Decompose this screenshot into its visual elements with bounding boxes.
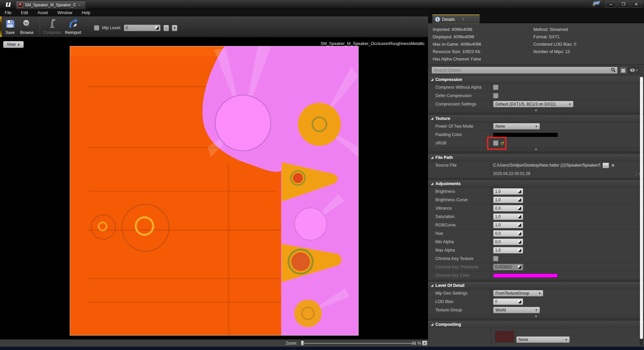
mip-level-label: Mip Level: [102, 26, 121, 30]
section-level-of-detail[interactable]: Level Of Detail [428, 281, 644, 289]
document-tab-close-icon[interactable]: × [78, 3, 80, 7]
composite-texture-dropdown[interactable]: None▼ [516, 336, 570, 343]
compress-button[interactable]: Compress [43, 18, 62, 35]
info-resource-size: Resource Size: 10923 Kb [433, 48, 533, 55]
saturation-spinner[interactable]: 1,0 [493, 213, 523, 220]
minimize-button[interactable]: – [605, 1, 616, 8]
export-icon[interactable]: ↓ [635, 171, 638, 176]
details-scrollbar[interactable] [640, 77, 643, 346]
document-tab[interactable]: SM_Speaker_M_Speaker_C × [15, 1, 86, 9]
compression-settings-dropdown[interactable]: Default (DXT1/5, BC1/3 on DX11)▼ [493, 101, 574, 107]
spinner-drag-icon[interactable] [518, 223, 521, 227]
view-options-button[interactable]: ▼ [629, 67, 639, 74]
search-row: ▦ ▼ [428, 65, 644, 76]
section-compression[interactable]: Compression [428, 76, 644, 83]
spinner-drag-icon[interactable] [518, 249, 521, 252]
search-input[interactable] [434, 68, 611, 73]
row-chroma-key-threshold: Chroma Key Threshold 0,003922 [428, 263, 644, 271]
texture-group-dropdown[interactable]: World▼ [493, 307, 540, 313]
compression-advanced-expander[interactable]: ▼ [428, 108, 644, 113]
search-icon [611, 68, 615, 73]
spinner-drag-icon[interactable] [518, 215, 521, 218]
source-file-path[interactable]: C:/Users/Smiljan/Desktop/New folder (2)/… [493, 163, 600, 168]
brightness-curve-spinner[interactable]: 1,0 [493, 196, 523, 203]
padding-color-swatch[interactable] [493, 133, 558, 137]
power-of-two-dropdown[interactable]: None▼ [493, 123, 540, 130]
defer-compression-checkbox[interactable] [493, 93, 498, 98]
spinner-drag-icon[interactable] [518, 190, 521, 193]
toolbar: Save Browse Compress Reimport Mip Level:… [0, 16, 428, 37]
compress-icon [43, 18, 62, 30]
spinner-drag-icon[interactable] [518, 207, 521, 210]
mip-plus-button[interactable]: + [172, 25, 177, 31]
menu-window[interactable]: Window [53, 10, 77, 15]
restore-button[interactable]: ❐ [618, 1, 629, 8]
spinner-drag-icon[interactable] [518, 240, 521, 244]
spinner-drag-icon [518, 265, 521, 269]
hue-spinner[interactable]: 0,0 [493, 230, 523, 237]
menu-asset[interactable]: Asset [33, 10, 53, 15]
info-icon: i [435, 17, 440, 22]
zoom-slider-track[interactable] [302, 343, 416, 344]
mip-level-spinner[interactable]: 0 [124, 25, 161, 31]
section-texture[interactable]: Texture [428, 115, 644, 122]
section-file-path[interactable]: File Path [428, 154, 644, 161]
compress-without-alpha-checkbox[interactable] [493, 85, 498, 90]
chroma-key-threshold-spinner: 0,003922 [493, 264, 523, 270]
chevron-down-icon: ▼ [535, 309, 538, 312]
property-matrix-button[interactable]: ▦ [619, 67, 627, 74]
clear-file-icon[interactable]: ✕ [611, 163, 615, 168]
texture-advanced-expander[interactable]: ▼ [428, 147, 644, 152]
row-chroma-key-texture: Chroma Key Texture [428, 255, 644, 263]
chroma-key-color-swatch[interactable] [493, 273, 558, 278]
tutorial-cap-icon[interactable] [593, 1, 600, 7]
spinner-drag-icon[interactable] [518, 300, 521, 303]
reimport-button[interactable]: Reimport [64, 18, 83, 35]
lod-bias-spinner[interactable]: 0 [493, 298, 523, 305]
section-adjustments[interactable]: Adjustments [428, 180, 644, 187]
scrollbar-thumb[interactable] [640, 77, 643, 339]
mip-minus-button[interactable]: - [163, 25, 169, 31]
browse-button[interactable]: Browse [17, 18, 36, 35]
details-tab[interactable]: i Details ✕ [432, 14, 480, 24]
min-alpha-spinner[interactable]: 0,0 [493, 238, 523, 245]
menu-edit[interactable]: Edit [16, 10, 33, 15]
zoom-bar: Zoom: 21 % ▼ [0, 339, 428, 347]
mip-level-checkbox[interactable] [94, 25, 99, 31]
chroma-key-texture-checkbox[interactable] [493, 256, 498, 261]
menu-help[interactable]: Help [77, 10, 95, 15]
mip-gen-settings-dropdown[interactable]: FromTextureGroup▼ [493, 290, 543, 297]
row-compression-settings: Compression Settings Default (DXT1/5, BC… [428, 100, 644, 108]
row-mip-gen-settings: Mip Gen Settings FromTextureGroup▼ [428, 289, 644, 298]
view-dropdown-button[interactable]: View▼ [3, 41, 24, 48]
section-compositing[interactable]: Compositing [428, 320, 644, 328]
chevron-down-icon: ▼ [17, 43, 20, 46]
chevron-down-icon: ▼ [538, 292, 541, 295]
zoom-slider-handle[interactable] [301, 341, 304, 346]
save-button[interactable]: Save [1, 18, 19, 35]
rgbcurve-spinner[interactable]: 1,0 [493, 222, 523, 228]
reimport-icon [64, 18, 83, 30]
search-details-box[interactable] [431, 67, 618, 74]
max-alpha-spinner[interactable]: 1,0 [493, 247, 523, 254]
spinner-drag-icon[interactable] [155, 26, 159, 30]
texture-info-block: Imported: 4096x4096 Method: Streamed Dis… [428, 24, 644, 65]
details-tab-close-icon[interactable]: ✕ [462, 17, 465, 21]
texture-viewport[interactable]: View▼ SM_Speaker_M_Speaker_OcclusionRoug… [0, 37, 428, 339]
spinner-drag-icon[interactable] [518, 198, 521, 202]
vibrance-spinner[interactable]: 0,0 [493, 205, 523, 212]
section-expand-icon [431, 117, 433, 120]
row-lod-bias: LOD Bias 0 [428, 298, 644, 306]
menu-file[interactable]: File [0, 10, 16, 15]
lod-advanced-expander[interactable]: ▼ [428, 314, 644, 319]
zoom-dropdown-button[interactable]: ▼ [422, 341, 427, 346]
row-saturation: Saturation 1,0 [428, 213, 644, 221]
chevron-down-icon: ▼ [565, 338, 568, 341]
spinner-drag-icon[interactable] [518, 232, 521, 235]
browse-file-button[interactable]: ... [602, 163, 609, 168]
section-expand-icon [431, 323, 433, 326]
composite-texture-thumbnail[interactable] [495, 331, 514, 342]
row-padding-color: Padding Color [428, 131, 644, 139]
close-button[interactable]: ✕ [631, 1, 642, 8]
brightness-spinner[interactable]: 1,0 [493, 188, 523, 195]
